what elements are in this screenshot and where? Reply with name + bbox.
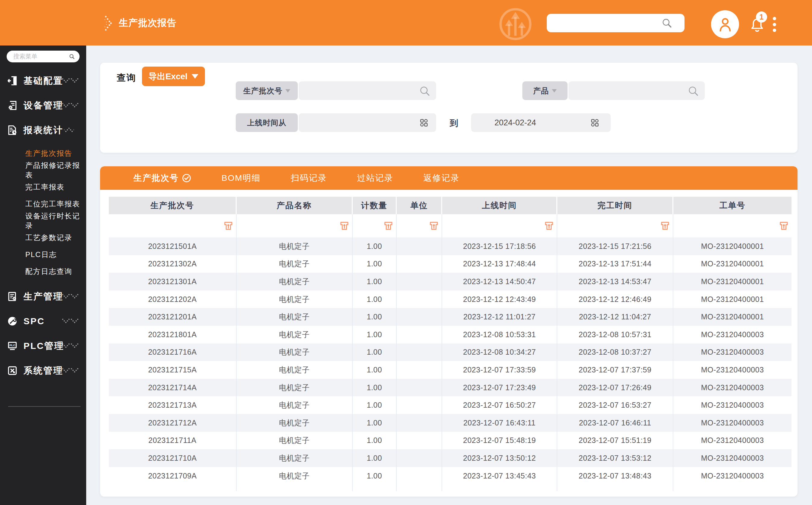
more-menu-kebab-icon[interactable] <box>772 17 777 32</box>
table-cell: 1.00 <box>353 326 397 343</box>
sidebar-item-label: SPC <box>23 316 45 326</box>
submenu-item-completion-rate-report[interactable]: 完工率报表 <box>0 179 86 195</box>
to-label: 到 <box>450 118 458 129</box>
dotted-chevron-icon <box>61 317 79 326</box>
table-cell: 2023121715A <box>109 361 236 379</box>
table-row[interactable]: 2023121801A电机定子1.002023-12-08 10:53:3120… <box>109 326 792 343</box>
table-cell: MO-23120400001 <box>673 308 792 326</box>
search-icon <box>419 85 431 97</box>
table-cell: 2023-12-08 10:34:27 <box>442 343 557 361</box>
table-row[interactable]: 2023121713A电机定子1.002023-12-07 16:50:2720… <box>109 396 792 414</box>
export-excel-button[interactable]: 导出Excel <box>142 66 205 86</box>
sidebar-item-system-management[interactable]: 系统管理 <box>0 358 86 383</box>
table-header-row: 生产批次号产品名称计数量单位上线时间完工时间工单号 <box>109 197 792 214</box>
submenu-item-device-runtime-record[interactable]: 设备运行时长记录 <box>0 212 86 229</box>
table-cell <box>397 255 442 273</box>
filter-cell <box>236 214 353 237</box>
table-cell: 1.00 <box>353 396 397 414</box>
table-cell <box>397 308 442 326</box>
table-cell: MO-23120400001 <box>673 237 792 255</box>
dotted-chevron-icon <box>61 292 79 301</box>
column-header[interactable]: 完工时间 <box>557 197 673 214</box>
main-content: 查询 导出Excel 生产批次号 产品 <box>86 45 812 505</box>
sidebar-item-spc[interactable]: SPC <box>0 309 86 334</box>
column-filter-icon[interactable] <box>779 221 789 230</box>
table-row[interactable]: 2023121716A电机定子1.002023-12-08 10:34:2720… <box>109 343 792 361</box>
table-row[interactable]: 2023121710A电机定子1.002023-12-07 13:50:1220… <box>109 449 792 467</box>
column-header[interactable]: 产品名称 <box>236 197 353 214</box>
batch-field-selector[interactable]: 生产批次号 <box>236 81 298 100</box>
dotted-chevron-icon <box>61 126 79 135</box>
results-panel: 生产批次号 BOM明细 扫码记录 过站记录 返修记录 生产批次号产品名称计数量单… <box>100 166 798 497</box>
sidebar-item-device-management[interactable]: 设备管理 <box>0 93 86 118</box>
table-row[interactable]: 2023121711A电机定子1.002023-12-07 15:48:1920… <box>109 432 792 450</box>
product-search-input[interactable] <box>569 81 705 100</box>
table-cell <box>397 432 442 450</box>
table-row[interactable]: 2023121201A电机定子1.002023-12-12 11:01:2720… <box>109 308 792 326</box>
table-row[interactable]: 2023121202A电机定子1.002023-12-12 12:43:4920… <box>109 291 792 308</box>
column-filter-icon[interactable] <box>384 221 393 230</box>
tab-station-pass-record[interactable]: 过站记录 <box>357 172 393 184</box>
column-filter-icon[interactable] <box>429 221 439 230</box>
filter-cell <box>353 214 397 237</box>
table-cell <box>397 379 442 396</box>
dotted-chevron-icon <box>61 341 79 350</box>
tab-rework-record[interactable]: 返修记录 <box>424 172 460 184</box>
table-cell: 电机定子 <box>236 255 353 273</box>
table-cell: 2023121716A <box>109 343 236 361</box>
table-row[interactable]: 2023121501A电机定子1.002023-12-15 17:18:5620… <box>109 237 792 255</box>
column-header[interactable]: 单位 <box>397 197 442 214</box>
column-filter-icon[interactable] <box>340 221 349 230</box>
table-row[interactable]: 2023121714A电机定子1.002023-12-07 17:23:4920… <box>109 379 792 396</box>
date-grid-icon <box>419 118 429 128</box>
submenu-item-station-completion-rate-report[interactable]: 工位完工率报表 <box>0 195 86 212</box>
column-filter-icon[interactable] <box>660 221 670 230</box>
submenu-item-plc-log[interactable]: PLC日志 <box>0 246 86 263</box>
submenu-item-product-repair-report[interactable]: 产品报修记录报表 <box>0 162 86 179</box>
table-cell: 2023-12-07 13:48:43 <box>557 467 673 485</box>
sidebar-item-label: 系统管理 <box>23 365 63 377</box>
submenu-item-recipe-log-query[interactable]: 配方日志查询 <box>0 263 86 280</box>
column-filter-icon[interactable] <box>544 221 554 230</box>
table-cell: MO-23120400003 <box>673 343 792 361</box>
sidebar-item-plc-management[interactable]: PLC PLC管理 <box>0 334 86 358</box>
table-cell: 1.00 <box>353 379 397 396</box>
table-cell: 2023-12-07 17:23:49 <box>442 379 557 396</box>
tab-scan-record[interactable]: 扫码记录 <box>291 172 327 184</box>
table-cell: 2023-12-07 17:33:59 <box>442 361 557 379</box>
sidebar-item-basic-config[interactable]: 基础配置 <box>0 68 86 93</box>
growth-arrows-logo-icon <box>498 7 533 41</box>
tab-bom-detail[interactable]: BOM明细 <box>221 172 261 184</box>
table-cell: 2023-12-07 15:51:19 <box>557 432 673 450</box>
table-cell: MO-23120400003 <box>673 379 792 396</box>
product-field-selector[interactable]: 产品 <box>522 81 567 100</box>
table-row[interactable]: 2023121715A电机定子1.002023-12-07 17:33:5920… <box>109 361 792 379</box>
table-cell: MO-23120400001 <box>673 255 792 273</box>
table-row[interactable]: 2023121709A电机定子1.002023-12-07 13:45:4320… <box>109 467 792 485</box>
table-row[interactable]: 2023121301A电机定子1.002023-12-13 14:50:4720… <box>109 273 792 291</box>
sidebar-item-production-management[interactable]: 生产管理 <box>0 284 86 309</box>
online-time-from-input[interactable] <box>299 113 436 132</box>
search-icon <box>661 17 673 29</box>
svg-text:PLC: PLC <box>10 343 15 347</box>
sidebar-item-report-statistics[interactable]: 报表统计 <box>0 118 86 143</box>
tab-production-batch[interactable]: 生产批次号 <box>134 172 191 184</box>
table-row[interactable]: 2023121302A电机定子1.002023-12-13 17:48:4420… <box>109 255 792 273</box>
column-header[interactable]: 生产批次号 <box>109 197 236 214</box>
column-header[interactable]: 上线时间 <box>442 197 557 214</box>
column-header[interactable]: 计数量 <box>353 197 397 214</box>
table-cell: 2023-12-08 10:57:31 <box>557 326 673 343</box>
batch-search-input[interactable] <box>299 81 436 100</box>
column-filter-icon[interactable] <box>224 221 233 230</box>
report-submenu: 生产批次报告 产品报修记录报表 完工率报表 工位完工率报表 设备运行时长记录 工… <box>0 143 86 284</box>
table-cell: 1.00 <box>353 432 397 450</box>
table-cell: MO-23120400003 <box>673 432 792 450</box>
column-header[interactable]: 工单号 <box>673 197 792 214</box>
online-time-from-label[interactable]: 上线时间从 <box>236 113 298 132</box>
user-avatar[interactable] <box>711 10 739 38</box>
table-row[interactable]: 2023121712A电机定子1.002023-12-07 16:43:1120… <box>109 414 792 432</box>
submenu-item-production-batch-report[interactable]: 生产批次报告 <box>0 145 86 162</box>
table-cell: 2023-12-07 13:45:43 <box>442 467 557 485</box>
table-filter-row <box>109 214 792 237</box>
submenu-item-process-parameter-record[interactable]: 工艺参数记录 <box>0 229 86 246</box>
